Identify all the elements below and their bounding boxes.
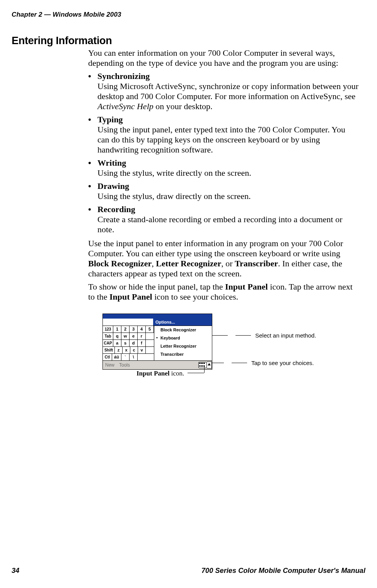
list-item: • Typing Using the input panel, enter ty… bbox=[88, 115, 359, 155]
chevron-up-icon[interactable] bbox=[207, 362, 212, 369]
key-cap[interactable]: CAP bbox=[103, 340, 113, 346]
key[interactable]: r bbox=[138, 333, 146, 339]
bullet-icon: • bbox=[88, 204, 91, 214]
callout-line bbox=[232, 363, 247, 363]
keyboard-and-menu: 123 1 2 3 4 5 Tab q w e r bbox=[103, 326, 212, 360]
intro-paragraph: You can enter information on your 700 Co… bbox=[88, 48, 359, 68]
key-shift[interactable]: Shift bbox=[103, 347, 115, 353]
key[interactable]: 1 bbox=[113, 326, 121, 333]
list-item: • Drawing Using the stylus, draw directl… bbox=[88, 181, 359, 201]
list-term: Typing bbox=[97, 115, 123, 124]
key[interactable]: f bbox=[138, 340, 146, 346]
window-titlebar bbox=[103, 314, 212, 319]
callout-line bbox=[204, 367, 205, 373]
command-bar: New Tools bbox=[103, 360, 212, 369]
section-heading: Entering Information bbox=[12, 35, 112, 47]
page-number: 34 bbox=[12, 567, 19, 575]
menu-item-letter-recognizer[interactable]: Letter Recognizer bbox=[154, 342, 212, 350]
input-panel-button[interactable] bbox=[198, 362, 212, 369]
key[interactable]: q bbox=[113, 333, 121, 339]
callout-input-panel-icon: Input Panel icon. bbox=[136, 370, 184, 377]
key[interactable]: v bbox=[138, 347, 146, 353]
key[interactable]: 123 bbox=[103, 326, 113, 333]
list-body: Using Microsoft ActiveSync, synchronize … bbox=[97, 81, 358, 111]
key[interactable]: 4 bbox=[138, 326, 146, 333]
key[interactable]: \ bbox=[130, 354, 138, 360]
separator: — bbox=[44, 11, 51, 18]
list-body: Using the stylus, write directly on the … bbox=[97, 168, 251, 178]
key[interactable]: 2 bbox=[121, 326, 130, 333]
paragraph: To show or hide the input panel, tap the… bbox=[88, 282, 359, 302]
callout-line bbox=[212, 335, 228, 336]
running-header: Chapter 2 — Windows Mobile 2003 bbox=[12, 11, 121, 19]
key[interactable]: 3 bbox=[130, 326, 138, 333]
list-item: • Recording Create a stand-alone recordi… bbox=[88, 204, 359, 235]
page-footer: 34 700 Series Color Mobile Computer User… bbox=[12, 567, 365, 575]
key-tab[interactable]: Tab bbox=[103, 333, 113, 339]
list-term: Recording bbox=[97, 204, 135, 214]
key[interactable]: s bbox=[121, 340, 130, 346]
chapter-title: Windows Mobile 2003 bbox=[53, 11, 121, 18]
feature-list: • Synchronizing Using Microsoft ActiveSy… bbox=[88, 71, 359, 235]
callout-line bbox=[235, 335, 251, 336]
list-term: Synchronizing bbox=[97, 71, 150, 81]
list-body: Create a stand-alone recording or embed … bbox=[97, 214, 342, 234]
keyboard-icon bbox=[198, 362, 207, 368]
list-term: Drawing bbox=[97, 181, 129, 191]
list-body: Using the stylus, draw directly on the s… bbox=[97, 191, 251, 201]
bullet-icon: • bbox=[88, 71, 91, 81]
chapter-number: Chapter 2 bbox=[12, 11, 42, 18]
key[interactable]: e bbox=[130, 333, 138, 339]
key[interactable]: z bbox=[115, 347, 123, 353]
callout-select-input-method: Select an input method. bbox=[255, 332, 316, 339]
list-term: Writing bbox=[97, 158, 126, 168]
new-button[interactable]: New bbox=[103, 362, 117, 368]
menu-item-keyboard[interactable]: Keyboard bbox=[154, 334, 212, 342]
bullet-icon: • bbox=[88, 115, 91, 125]
key[interactable]: w bbox=[121, 333, 130, 339]
key[interactable]: x bbox=[123, 347, 130, 353]
key[interactable]: c bbox=[130, 347, 138, 353]
screenshot: Options... 123 1 2 3 4 5 Tab q w bbox=[102, 314, 212, 370]
list-item: • Writing Using the stylus, write direct… bbox=[88, 158, 359, 178]
soft-keyboard[interactable]: 123 1 2 3 4 5 Tab q w e r bbox=[103, 326, 154, 360]
bullet-icon: • bbox=[88, 181, 91, 191]
key[interactable]: a bbox=[113, 340, 121, 346]
list-item: • Synchronizing Using Microsoft ActiveSy… bbox=[88, 71, 359, 111]
key-ctl[interactable]: Ctl bbox=[103, 354, 112, 360]
menu-item-transcriber[interactable]: Transcriber bbox=[154, 350, 212, 358]
key[interactable]: 5 bbox=[146, 326, 154, 333]
paragraph: Use the input panel to enter information… bbox=[88, 238, 359, 279]
key[interactable]: ` bbox=[121, 354, 130, 360]
manual-title: 700 Series Color Mobile Computer User's … bbox=[201, 567, 365, 575]
body-content: You can enter information on your 700 Co… bbox=[88, 48, 359, 305]
menu-item-block-recognizer[interactable]: Block Recognizer bbox=[154, 326, 212, 334]
input-method-menu: Block Recognizer Keyboard Letter Recogni… bbox=[154, 326, 212, 360]
callout-line bbox=[212, 363, 224, 363]
tools-button[interactable]: Tools bbox=[117, 362, 132, 368]
key-intl[interactable]: áü bbox=[112, 354, 121, 360]
list-body: Using the input panel, enter typed text … bbox=[97, 125, 345, 154]
callout-line bbox=[188, 373, 204, 373]
options-menu-item[interactable]: Options... bbox=[153, 319, 212, 326]
bullet-icon: • bbox=[88, 158, 91, 168]
key[interactable]: d bbox=[130, 340, 138, 346]
callout-tap-choices: Tap to see your choices. bbox=[251, 360, 314, 366]
